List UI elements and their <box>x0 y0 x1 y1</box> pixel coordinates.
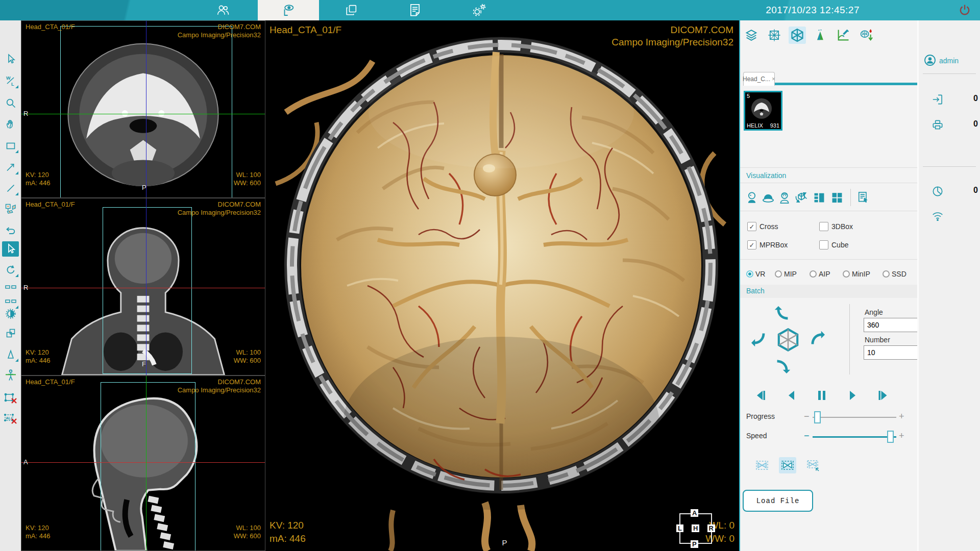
undo-icon[interactable] <box>2 223 19 238</box>
head-side-icon[interactable] <box>743 189 761 206</box>
3dbox-checkbox[interactable] <box>819 222 828 231</box>
series-tab[interactable]: Head_C... × <box>743 72 775 86</box>
close-icon[interactable]: × <box>772 76 775 83</box>
cube-axis-icon[interactable] <box>775 327 801 353</box>
svg-text:L: L <box>11 82 14 87</box>
cone-beam-icon[interactable] <box>812 27 829 44</box>
angle-input[interactable] <box>864 318 918 332</box>
speed-thumb[interactable] <box>887 431 894 443</box>
measure-line-icon[interactable] <box>2 181 19 196</box>
last-frame-icon[interactable] <box>876 389 890 402</box>
rotate-icon[interactable] <box>2 262 19 278</box>
thumbnail-image <box>745 92 778 126</box>
mpr-crosshair-icon[interactable] <box>766 27 783 44</box>
scout-body-icon[interactable] <box>2 368 19 383</box>
invert-contrast-icon[interactable] <box>2 306 19 321</box>
mip-radio[interactable] <box>775 270 782 278</box>
settings-icon[interactable] <box>461 0 497 20</box>
number-input[interactable] <box>864 345 918 360</box>
username[interactable]: admin <box>939 57 959 65</box>
crosshair-line-blue[interactable] <box>146 198 146 375</box>
roi-rect-icon[interactable] <box>2 138 19 154</box>
cone-icon[interactable] <box>2 347 19 362</box>
pointer-select-icon[interactable] <box>2 241 19 257</box>
report-pointer-icon[interactable] <box>854 189 872 206</box>
mprbox-checkbox[interactable]: ✓ <box>747 240 756 249</box>
wifi-icon[interactable] <box>931 210 944 221</box>
ssd-radio[interactable] <box>883 270 890 278</box>
report-icon[interactable] <box>397 0 433 20</box>
orientation-cube[interactable]: A L H R P <box>679 513 712 544</box>
crosshair-line-green[interactable] <box>21 114 265 114</box>
mpr-link-icon[interactable] <box>2 202 19 217</box>
pointer-icon[interactable] <box>2 52 19 67</box>
rotate-right-icon[interactable] <box>808 331 825 347</box>
magnify-icon[interactable] <box>2 95 19 111</box>
layers-icon[interactable] <box>743 27 760 44</box>
fullscreen-icon[interactable] <box>2 325 19 341</box>
ww-label: WW: 600 <box>234 179 261 187</box>
export-print-icon[interactable] <box>333 0 369 20</box>
ww-label: WW: 600 <box>234 532 261 540</box>
orientation-letter-right: R <box>707 524 715 532</box>
progress-plus[interactable]: + <box>899 412 904 421</box>
head-top-icon[interactable] <box>760 189 777 206</box>
patients-icon[interactable] <box>205 0 241 20</box>
layout-row-icon[interactable] <box>2 280 19 295</box>
crosshair-line-blue[interactable] <box>146 21 146 197</box>
rotate-left-icon[interactable] <box>751 331 768 347</box>
clip-box-icon[interactable] <box>753 457 771 473</box>
cube-checkbox[interactable] <box>819 240 828 249</box>
clip-reset-icon[interactable] <box>804 457 822 473</box>
minip-radio[interactable] <box>843 270 850 278</box>
progress-minus[interactable]: − <box>804 412 810 421</box>
delete-all-icon[interactable]: ALL <box>2 412 19 427</box>
delete-roi-icon[interactable] <box>2 391 19 406</box>
clip-box-active-icon[interactable] <box>779 457 796 473</box>
progress-thumb[interactable] <box>814 411 821 423</box>
viewer-icon[interactable] <box>258 0 319 20</box>
mpr-view-axial[interactable]: Head_CTA_01/F DICOM7.COM Campo Imaging/P… <box>21 20 265 198</box>
ma-label: mA: 446 <box>26 357 50 365</box>
rotate-down-icon[interactable] <box>774 357 791 373</box>
cube-rotate-icon[interactable] <box>793 189 810 206</box>
crosshair-line-red[interactable] <box>21 288 265 288</box>
mpr-view-sagittal[interactable]: Head_CTA_01/F DICOM7.COM Campo Imaging/P… <box>21 375 265 551</box>
layout-split-icon[interactable] <box>811 189 828 206</box>
pan-hand-icon[interactable] <box>2 116 19 132</box>
play-icon[interactable] <box>846 389 859 402</box>
brain-blood-icon[interactable] <box>857 27 875 44</box>
crosshair-line-green[interactable] <box>146 376 146 550</box>
vr-radio[interactable] <box>746 270 753 278</box>
crosshair-box[interactable] <box>101 382 195 551</box>
layout-grid-icon[interactable] <box>828 189 846 206</box>
mpr-view-coronal[interactable]: Head_CTA_01/F DICOM7.COM Campo Imaging/P… <box>21 198 265 375</box>
user-avatar-icon[interactable] <box>924 54 936 66</box>
task-clock-icon[interactable] <box>931 185 944 198</box>
perfusion-icon[interactable] <box>835 27 852 44</box>
orientation-marker-left: R <box>23 284 28 291</box>
progress-track[interactable] <box>813 417 896 418</box>
import-icon[interactable] <box>931 93 944 106</box>
annotate-arrow-icon[interactable] <box>2 160 19 175</box>
crosshair-box[interactable] <box>103 207 192 374</box>
crosshair-line-red[interactable] <box>21 462 265 463</box>
window-level-icon[interactable]: W L <box>2 73 19 89</box>
rotate-up-icon[interactable] <box>774 306 791 322</box>
aip-radio[interactable] <box>810 270 817 278</box>
load-file-button[interactable]: Load File <box>743 490 813 512</box>
first-frame-icon[interactable] <box>754 389 767 402</box>
power-icon[interactable] <box>958 3 972 17</box>
pause-icon[interactable] <box>815 389 828 402</box>
minip-label: MinIP <box>852 270 870 278</box>
print-queue-icon[interactable] <box>931 118 944 132</box>
speed-track[interactable] <box>813 436 896 438</box>
series-thumbnail[interactable]: 5 HELIX 931 <box>744 91 782 131</box>
speed-plus[interactable]: + <box>899 431 904 440</box>
cross-checkbox[interactable]: ✓ <box>747 222 756 231</box>
head-front-icon[interactable] <box>776 189 793 206</box>
volume-cube-icon[interactable] <box>789 27 806 44</box>
speed-minus[interactable]: − <box>804 431 810 440</box>
volume-render-view[interactable]: Head_CTA_01/F DICOM7.COM Campo Imaging/P… <box>265 20 739 551</box>
step-back-icon[interactable] <box>785 389 798 402</box>
